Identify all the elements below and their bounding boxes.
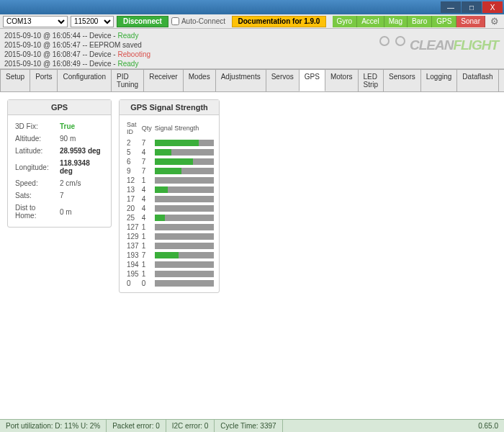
minimize-button[interactable]: — [441, 1, 461, 13]
tab-cli[interactable]: CLI [498, 69, 504, 91]
tab-ports[interactable]: Ports [30, 69, 58, 91]
signal-bar [155, 271, 214, 277]
tab-gps[interactable]: GPS [299, 69, 325, 91]
signal-bar [155, 233, 214, 240]
sensor-badge-mag: Mag [384, 16, 408, 27]
signal-row: 121 [125, 176, 215, 185]
signal-row: 1937 [125, 251, 215, 260]
log-line: 2015-09-10 @ 16:08:49 -- Device - Ready [4, 59, 500, 68]
baud-select[interactable]: 115200 [71, 16, 114, 27]
gps-row: Speed:2 cm/s [15, 178, 104, 189]
maximize-button[interactable]: □ [462, 1, 482, 13]
sensor-badge-gyro: Gyro [333, 16, 358, 27]
signal-bar [155, 168, 214, 174]
status-bar: Port utilization: D: 11% U: 2% Packet er… [0, 419, 504, 432]
signal-bar [155, 186, 214, 193]
signal-bar [155, 140, 214, 146]
documentation-button[interactable]: Documentation for 1.9.0 [232, 16, 327, 27]
gps-panel: GPS 3D Fix:TrueAltitude:90 mLatitude:28.… [7, 99, 112, 228]
signal-bar [155, 158, 214, 165]
signal-row: 134 [125, 185, 215, 194]
gps-row: Latitude:28.9593 deg [15, 145, 104, 156]
signal-bar [155, 261, 214, 268]
tab-pid-tuning[interactable]: PID Tuning [111, 69, 144, 91]
status-i2c-error: I2C error: 0 [166, 420, 215, 432]
sensor-badge-accel: Accel [357, 16, 384, 27]
tab-dataflash[interactable]: Dataflash [456, 69, 498, 91]
signal-panel-title: GPS Signal Strength [120, 100, 219, 115]
tab-servos[interactable]: Servos [266, 69, 300, 91]
signal-row: 1371 [125, 241, 215, 251]
signal-row: 204 [125, 204, 215, 213]
tab-bar: SetupPortsConfigurationPID TuningReceive… [0, 69, 504, 92]
signal-row: 54 [125, 148, 215, 157]
signal-row: 00 [125, 279, 215, 288]
gps-row: Longitude:118.9348 deg [15, 158, 104, 176]
tab-logging[interactable]: Logging [420, 69, 458, 91]
tab-led-strip[interactable]: LED Strip [358, 69, 384, 91]
port-select[interactable]: COM13 [3, 16, 68, 27]
sensor-badges: GyroAccelMagBaroGPSSonar [333, 16, 486, 27]
signal-bar [155, 205, 214, 212]
signal-bar [155, 149, 214, 156]
signal-row: 1271 [125, 222, 215, 232]
signal-bar [155, 196, 214, 202]
close-button[interactable]: X [482, 1, 503, 13]
status-port-util: Port utilization: D: 11% U: 2% [0, 420, 107, 432]
sensor-badge-baro: Baro [408, 16, 432, 27]
tab-adjustments[interactable]: Adjustments [215, 69, 266, 91]
signal-row: 1291 [125, 232, 215, 241]
signal-panel: GPS Signal Strength Sat ID Qty Signal St… [119, 99, 220, 293]
autoconnect-checkbox[interactable] [171, 17, 179, 25]
signal-bar [155, 224, 214, 230]
content-area: GPS 3D Fix:TrueAltitude:90 mLatitude:28.… [0, 92, 504, 412]
signal-row: 67 [125, 157, 215, 166]
signal-bar [155, 252, 214, 258]
col-satid: Sat ID [125, 120, 140, 138]
col-strength: Signal Strength [153, 120, 215, 138]
signal-bar [155, 243, 214, 249]
tab-setup[interactable]: Setup [0, 69, 30, 91]
signal-bar [155, 177, 214, 184]
window-titlebar: — □ X [0, 0, 504, 14]
signal-row: 1941 [125, 260, 215, 269]
tab-sensors[interactable]: Sensors [383, 69, 421, 91]
signal-row: 174 [125, 194, 215, 204]
gps-row: Sats:7 [15, 190, 104, 201]
signal-bar [155, 215, 214, 221]
col-qty: Qty [140, 120, 153, 138]
status-version: 0.65.0 [472, 422, 504, 430]
toolbar: COM13 115200 Disconnect Auto-Connect Doc… [0, 14, 504, 29]
tab-receiver[interactable]: Receiver [143, 69, 183, 91]
tab-configuration[interactable]: Configuration [57, 69, 111, 91]
gps-row: Altitude:90 m [15, 133, 104, 144]
logo: CLEANFLIGHT [378, 35, 498, 56]
autoconnect-toggle[interactable]: Auto-Connect [171, 17, 225, 25]
status-cycle-time: Cycle Time: 3397 [215, 420, 282, 432]
log-pane: 2015-09-10 @ 16:05:44 -- Device - Ready2… [0, 29, 504, 69]
gps-row: 3D Fix:True [15, 121, 104, 132]
signal-row: 1951 [125, 269, 215, 279]
logo-icon [378, 35, 407, 56]
sensor-badge-gps: GPS [432, 16, 456, 27]
sensor-badge-sonar: Sonar [456, 16, 485, 27]
gps-panel-title: GPS [8, 100, 111, 115]
status-packet-error: Packet error: 0 [107, 420, 166, 432]
disconnect-button[interactable]: Disconnect [117, 16, 168, 27]
signal-row: 27 [125, 138, 215, 148]
signal-row: 254 [125, 213, 215, 222]
gear-icon[interactable]: ⚙ [488, 16, 501, 27]
gps-row: Dist to Home:0 m [15, 202, 104, 221]
tab-motors[interactable]: Motors [325, 69, 359, 91]
signal-bar [155, 280, 214, 287]
signal-row: 97 [125, 166, 215, 176]
tab-modes[interactable]: Modes [183, 69, 216, 91]
